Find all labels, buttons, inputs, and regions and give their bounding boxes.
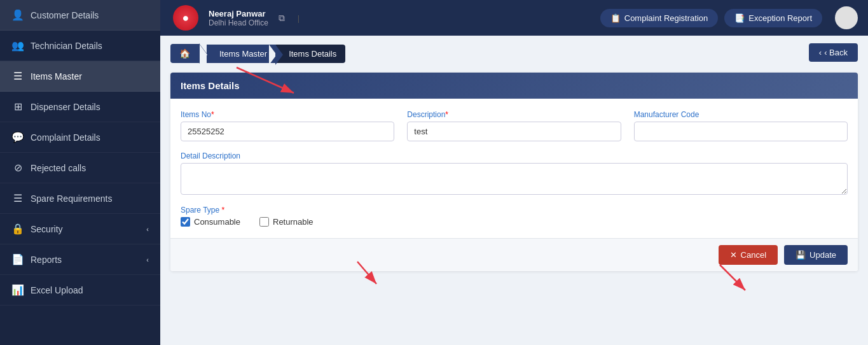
sidebar-item-technician-details[interactable]: 👥 Technician Details — [0, 31, 160, 61]
breadcrumb-items-details[interactable]: Items Details — [276, 45, 345, 63]
update-label: Update — [809, 250, 836, 260]
user-info: Neeraj Panwar Delhi Head Office — [209, 9, 268, 27]
items-no-label: Items No* — [181, 110, 394, 119]
sidebar-label-complaint-details: Complaint Details — [31, 132, 100, 143]
returnable-option[interactable]: Returnable — [259, 217, 313, 227]
sidebar-label-dispenser-details: Dispenser Details — [31, 102, 100, 112]
chevron-security: ‹ — [146, 225, 149, 233]
complaint-registration-button[interactable]: 📋 Complaint Registration — [600, 9, 719, 27]
card-body: Items No* Description* Manufacturer Code — [170, 99, 858, 238]
header-buttons: 📋 Complaint Registration 📑 Exception Rep… — [600, 9, 822, 27]
dispenser-icon: ⊞ — [11, 101, 24, 113]
spare-type-section: Spare Type * Consumable Returnable — [181, 205, 848, 227]
manufacturer-code-group: Manufacturer Code — [634, 110, 848, 141]
card-header: Items Details — [170, 73, 858, 99]
copy-icon[interactable]: ⧉ — [279, 13, 285, 24]
exception-report-button[interactable]: 📑 Exception Report — [724, 9, 822, 27]
spare-type-label: Spare Type * — [181, 206, 224, 215]
breadcrumb: 🏠 Items Master Items Details — [170, 43, 858, 64]
back-icon: ‹ — [819, 48, 822, 57]
header: ● Neeraj Panwar Delhi Head Office ⧉ | 📋 … — [160, 0, 868, 36]
consumable-option[interactable]: Consumable — [181, 217, 240, 227]
manufacturer-code-label: Manufacturer Code — [634, 110, 848, 119]
reports-icon: 📄 — [11, 253, 24, 265]
cancel-icon: ✕ — [730, 250, 737, 260]
excel-icon: 📊 — [11, 284, 24, 296]
form-row-2: Detail Description — [181, 151, 848, 195]
exception-report-icon: 📑 — [734, 13, 745, 23]
logo-circle: ● — [173, 5, 198, 31]
cancel-label: Cancel — [741, 250, 766, 260]
manufacturer-code-input[interactable] — [634, 122, 848, 141]
sidebar-label-spare-requirements: Spare Requirements — [31, 194, 112, 204]
sidebar: 👤 Customer Details 👥 Technician Details … — [0, 0, 160, 345]
sidebar-label-technician-details: Technician Details — [31, 41, 102, 51]
exception-report-label: Exception Report — [748, 13, 812, 23]
breadcrumb-items-master[interactable]: Items Master — [207, 45, 276, 63]
cancel-button[interactable]: ✕ Cancel — [719, 245, 778, 265]
sidebar-label-customer-details: Customer Details — [31, 10, 99, 20]
sidebar-item-dispenser-details[interactable]: ⊞ Dispenser Details — [0, 92, 160, 122]
header-divider: | — [298, 13, 300, 23]
update-icon: 💾 — [796, 250, 806, 260]
detail-description-group: Detail Description — [181, 151, 848, 195]
sidebar-label-reports: Reports — [31, 255, 62, 265]
sidebar-item-excel-upload[interactable]: 📊 Excel Upload — [0, 275, 160, 306]
items-master-icon: ☰ — [11, 70, 24, 82]
breadcrumb-home[interactable]: 🏠 — [170, 44, 199, 63]
logo: ● — [170, 5, 201, 31]
sidebar-item-items-master[interactable]: ☰ Items Master — [0, 61, 160, 92]
sidebar-item-spare-requirements[interactable]: ☰ Spare Requirements — [0, 183, 160, 214]
sidebar-item-security[interactable]: 🔒 Security ‹ — [0, 214, 160, 244]
description-group: Description* — [407, 110, 621, 141]
sidebar-item-customer-details[interactable]: 👤 Customer Details — [0, 0, 160, 31]
back-button[interactable]: ‹ ‹ Back — [809, 43, 858, 62]
detail-description-label: Detail Description — [181, 151, 848, 160]
chevron-reports: ‹ — [146, 256, 149, 264]
sidebar-label-excel-upload: Excel Upload — [31, 285, 83, 295]
card-title: Items Details — [181, 80, 240, 91]
sidebar-label-security: Security — [31, 224, 63, 234]
action-row: ✕ Cancel 💾 Update — [170, 238, 858, 271]
sidebar-item-complaint-details[interactable]: 💬 Complaint Details — [0, 122, 160, 153]
update-button[interactable]: 💾 Update — [784, 245, 848, 265]
customer-icon: 👤 — [11, 9, 24, 21]
items-no-input[interactable] — [181, 122, 394, 141]
spare-type-options: Consumable Returnable — [181, 217, 848, 227]
consumable-checkbox[interactable] — [181, 217, 190, 227]
user-office: Delhi Head Office — [209, 18, 268, 27]
avatar — [835, 6, 858, 29]
technician-icon: 👥 — [11, 39, 24, 52]
consumable-label: Consumable — [194, 217, 240, 227]
form-row-1: Items No* Description* Manufacturer Code — [181, 110, 848, 141]
sidebar-label-rejected-calls: Rejected calls — [31, 163, 86, 173]
description-input[interactable] — [407, 122, 621, 141]
returnable-label: Returnable — [273, 217, 313, 227]
description-label: Description* — [407, 110, 621, 119]
items-details-card: Items Details Items No* Description* — [170, 73, 858, 271]
spare-icon: ☰ — [11, 192, 24, 204]
complaint-icon: 💬 — [11, 131, 24, 143]
sidebar-label-items-master: Items Master — [31, 71, 82, 81]
sidebar-item-reports[interactable]: 📄 Reports ‹ — [0, 244, 160, 275]
detail-description-input[interactable] — [181, 163, 848, 195]
home-icon: 🏠 — [179, 48, 190, 59]
sidebar-item-rejected-calls[interactable]: ⊘ Rejected calls — [0, 153, 160, 183]
user-name: Neeraj Panwar — [209, 9, 268, 18]
rejected-icon: ⊘ — [11, 162, 24, 174]
content-area: 🏠 Items Master Items Details ‹ ‹ Back It… — [160, 36, 868, 345]
security-icon: 🔒 — [11, 223, 24, 235]
items-no-group: Items No* — [181, 110, 394, 141]
returnable-checkbox[interactable] — [259, 217, 269, 227]
complaint-registration-label: Complaint Registration — [624, 13, 708, 23]
complaint-reg-icon: 📋 — [610, 13, 621, 23]
main-area: ● Neeraj Panwar Delhi Head Office ⧉ | 📋 … — [160, 0, 868, 345]
